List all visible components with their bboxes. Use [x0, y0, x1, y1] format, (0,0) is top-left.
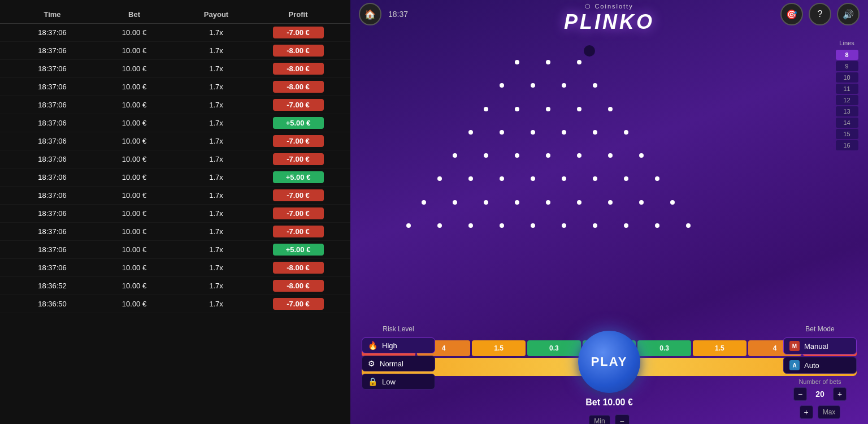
bottom-controls: Risk Level 🔥 High ⚙ Normal 🔒 Low PLAY Be… — [350, 322, 868, 424]
row-time: 18:37:06 — [11, 209, 93, 218]
row-payout: 1.7x — [175, 83, 257, 91]
row-time: 18:37:06 — [11, 173, 93, 181]
table-row: 18:37:06 10.00 € 1.7x -7.00 € — [0, 150, 350, 168]
col-time: Time — [11, 10, 93, 19]
lines-option-10[interactable]: 10 — [836, 72, 858, 83]
fire-icon: 🔥 — [368, 341, 377, 350]
row-profit: -7.00 € — [257, 99, 339, 111]
risk-high[interactable]: 🔥 High — [362, 338, 435, 353]
lines-option-13[interactable]: 13 — [836, 106, 858, 116]
risk-low[interactable]: 🔒 Low — [362, 374, 435, 390]
row-bet: 10.00 € — [93, 209, 175, 218]
peg — [686, 223, 691, 228]
home-button[interactable]: 🏠 — [359, 3, 381, 25]
peg — [531, 223, 535, 228]
minus-button[interactable]: − — [615, 414, 630, 424]
table-row: 18:37:06 10.00 € 1.7x +5.00 € — [0, 241, 350, 259]
trophy-button[interactable]: 🎯 — [780, 3, 803, 25]
peg — [593, 83, 597, 88]
top-bar: 🏠 18:37 ⬡ Coinslotty PLINKO 🎯 ? 🔊 — [350, 0, 868, 28]
num-bets-plus2[interactable]: + — [800, 405, 813, 419]
row-profit: -7.00 € — [257, 189, 339, 201]
peg — [593, 176, 597, 181]
row-payout: 1.7x — [175, 282, 257, 290]
row-bet: 10.00 € — [93, 191, 175, 200]
num-bets-minus[interactable]: − — [793, 387, 807, 401]
peg — [546, 107, 550, 111]
num-bets-plus[interactable]: + — [833, 387, 847, 401]
row-profit: -7.00 € — [257, 207, 339, 219]
row-bet: 10.00 € — [93, 245, 175, 254]
row-profit: -7.00 € — [257, 226, 339, 237]
top-right-buttons: 🎯 ? 🔊 — [780, 3, 860, 25]
row-time: 18:37:06 — [11, 28, 93, 37]
peg — [577, 200, 581, 205]
lines-option-14[interactable]: 14 — [836, 118, 858, 128]
lines-option-12[interactable]: 12 — [836, 95, 858, 105]
row-profit: +5.00 € — [257, 117, 339, 129]
peg — [593, 130, 597, 135]
peg — [515, 200, 519, 205]
row-profit: -7.00 € — [257, 27, 339, 38]
peg — [531, 130, 535, 135]
row-bet: 10.00 € — [93, 300, 175, 308]
row-time: 18:37:06 — [11, 46, 93, 55]
row-payout: 1.7x — [175, 101, 257, 109]
bet-mode-auto[interactable]: A Auto — [783, 357, 857, 374]
row-time: 18:37:06 — [11, 83, 93, 91]
max-button[interactable]: Max — [818, 405, 841, 419]
table-row: 18:37:06 10.00 € 1.7x -7.00 € — [0, 96, 350, 114]
bet-mode-manual[interactable]: M Manual — [783, 338, 857, 354]
row-bet: 10.00 € — [93, 137, 175, 145]
play-button[interactable]: PLAY — [578, 331, 640, 393]
peg — [546, 60, 550, 64]
risk-normal[interactable]: ⚙ Normal — [362, 356, 435, 371]
peg — [500, 83, 504, 88]
lines-option-8[interactable]: 8 — [836, 50, 858, 60]
row-time: 18:37:06 — [11, 101, 93, 109]
min-button[interactable]: Min — [589, 415, 610, 424]
peg — [531, 83, 535, 88]
peg — [577, 107, 581, 111]
row-bet: 10.00 € — [93, 282, 175, 290]
bet-mode-section: Bet Mode M Manual A Auto Number of bets … — [783, 325, 857, 419]
peg — [437, 176, 442, 181]
table-row: 18:36:52 10.00 € 1.7x -8.00 € — [0, 277, 350, 295]
peg — [639, 153, 644, 158]
bet-mode-label: Bet Mode — [783, 325, 857, 333]
row-profit: -7.00 € — [257, 153, 339, 165]
lines-option-11[interactable]: 11 — [836, 84, 858, 94]
sound-button[interactable]: 🔊 — [837, 3, 860, 25]
num-bets-value: 20 — [811, 390, 828, 399]
row-profit: -8.00 € — [257, 280, 339, 292]
lines-label: Lines — [839, 40, 854, 46]
peg — [453, 200, 457, 205]
auto-label: Auto — [804, 361, 819, 370]
time-display: 18:37 — [388, 10, 408, 19]
peg — [639, 200, 644, 205]
lines-option-15[interactable]: 15 — [836, 129, 858, 139]
row-time: 18:37:06 — [11, 263, 93, 272]
peg — [515, 60, 519, 64]
lines-option-16[interactable]: 16 — [836, 140, 858, 150]
help-button[interactable]: ? — [809, 3, 831, 25]
peg — [484, 107, 488, 111]
table-row: 18:37:06 10.00 € 1.7x -8.00 € — [0, 78, 350, 96]
lines-selector: Lines 8910111213141516 — [828, 40, 865, 150]
peg — [500, 130, 504, 135]
plinko-board: Lines 8910111213141516 — [356, 34, 823, 311]
peg — [562, 83, 566, 88]
row-time: 18:37:06 — [11, 119, 93, 127]
lines-option-9[interactable]: 9 — [836, 61, 858, 71]
col-payout: Payout — [175, 10, 257, 19]
peg — [437, 223, 442, 228]
row-payout: 1.7x — [175, 64, 257, 73]
peg — [655, 176, 659, 181]
row-payout: 1.7x — [175, 245, 257, 254]
row-profit: -8.00 € — [257, 45, 339, 57]
peg — [468, 176, 473, 181]
table-row: 18:37:06 10.00 € 1.7x -8.00 € — [0, 60, 350, 78]
row-bet: 10.00 € — [93, 28, 175, 37]
peg — [531, 176, 535, 181]
peg — [593, 223, 597, 228]
